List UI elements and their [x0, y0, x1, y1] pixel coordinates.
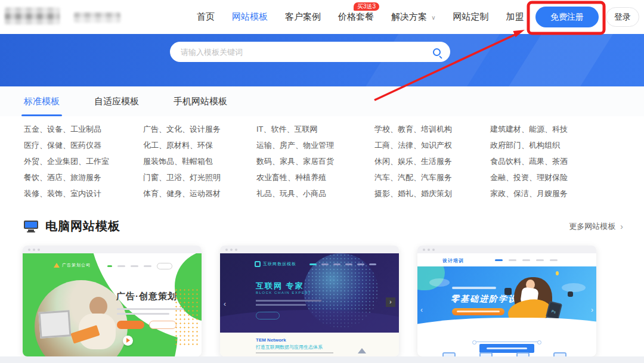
carousel-prev-icon[interactable]: ‹ — [420, 306, 423, 314]
category-link[interactable]: 建筑建材、能源、科技 — [490, 121, 623, 137]
text-line-placeholder — [452, 287, 496, 289]
search-input[interactable] — [181, 48, 433, 57]
text-line-placeholder — [256, 352, 333, 353]
template-card-ad-agency[interactable]: 广告策划公司 广告·创意策划 — [23, 246, 202, 356]
orange-badge — [452, 308, 504, 315]
mini-site-nav — [309, 263, 376, 265]
category-link[interactable]: 政府部门、机构组织 — [490, 137, 623, 153]
logo-text-blurred — [74, 13, 120, 23]
blue-hero: 零基础进阶学设计 Ps ‹ › — [417, 266, 596, 337]
mountain-icon — [358, 348, 366, 353]
nav-item-join[interactable]: 加盟 — [506, 11, 524, 23]
template-preview-row: 广告策划公司 广告·创意策划 互联网数 — [23, 246, 596, 356]
mini-site-headline: 广告·创意策划 — [116, 291, 177, 302]
category-link[interactable]: 餐饮、酒店、旅游服务 — [24, 169, 143, 185]
login-button[interactable]: 登录 — [606, 7, 639, 27]
template-card-blockchain[interactable]: 互联网数据模板 互联网 专家 BLOCK CHAIN EXPERT ‹ › TE… — [220, 246, 399, 356]
category-link[interactable]: 五金、设备、工业制品 — [24, 121, 143, 137]
carousel-next-icon[interactable]: › — [591, 306, 593, 314]
footer-subtitle: 打造互联网数据与应用生态体系 — [256, 344, 323, 350]
category-link[interactable]: 外贸、企业集团、工作室 — [24, 153, 143, 169]
nav-item-templates[interactable]: 网站模板 — [232, 11, 268, 23]
category-link[interactable]: 化工、原材料、环保 — [143, 137, 256, 153]
nav-item-solutions-label: 解决方案 — [391, 11, 427, 21]
mini-site-nav: 设计培训 — [417, 253, 596, 266]
browser-chrome-bar — [417, 246, 596, 253]
category-link[interactable]: 金融、投资、理财保险 — [490, 169, 623, 185]
category-link[interactable]: 广告、文化、设计服务 — [143, 121, 256, 137]
monitor-icon — [24, 221, 38, 232]
nav-item-pricing-label: 价格套餐 — [338, 11, 374, 21]
mini-site-nav — [107, 263, 172, 269]
category-link[interactable]: 体育、健身、运动器材 — [143, 185, 256, 201]
category-link[interactable]: 摄影、婚礼、婚庆策划 — [374, 185, 490, 201]
mini-site-logo: 互联网数据模板 — [255, 261, 296, 267]
promo-badge: 买3送3 — [354, 2, 379, 11]
category-link[interactable]: 运输、房产、物业管理 — [256, 137, 374, 153]
category-link[interactable]: 家政、保洁、月嫂服务 — [490, 185, 623, 201]
category-link[interactable]: 学校、教育、培训机构 — [374, 121, 490, 137]
category-link[interactable]: 食品饮料、蔬果、茶酒 — [490, 153, 623, 169]
mini-secondary-button — [149, 321, 177, 329]
nav-item-cases[interactable]: 客户案例 — [285, 11, 321, 23]
banner-stripe-decoration — [500, 34, 620, 86]
play-icon — [123, 336, 133, 346]
more-templates-link[interactable]: 更多网站模板 › — [569, 221, 623, 232]
mini-site-footer: TEM Network 打造互联网数据与应用生态体系 — [220, 333, 399, 356]
floating-chip-icon — [568, 291, 573, 297]
site-logo[interactable] — [5, 8, 120, 24]
square-logo-icon — [255, 261, 261, 267]
tab-mobile-templates[interactable]: 手机网站模板 — [174, 86, 227, 116]
category-link[interactable]: IT、软件、互联网 — [256, 121, 374, 137]
template-thumbnail: 广告策划公司 广告·创意策划 — [23, 253, 202, 356]
feature-icon-placeholder — [516, 352, 530, 356]
category-column: 五金、设备、工业制品 医疗、保健、医药仪器 外贸、企业集团、工作室 餐饮、酒店、… — [24, 121, 143, 201]
category-link[interactable]: 服装饰品、鞋帽箱包 — [143, 153, 256, 169]
category-column: 学校、教育、培训机构 工商、法律、知识产权 休闲、娱乐、生活服务 汽车、汽配、汽… — [374, 121, 490, 201]
browser-chrome-bar — [220, 246, 399, 253]
category-link[interactable]: 礼品、玩具、小商品 — [256, 185, 374, 201]
category-link[interactable]: 数码、家具、家居百货 — [256, 153, 374, 169]
footer-title: TEM Network — [256, 337, 286, 343]
category-link[interactable]: 装修、装饰、室内设计 — [24, 185, 143, 201]
nav-item-pricing[interactable]: 价格套餐 买3送3 — [338, 11, 374, 23]
mini-nav-button — [157, 263, 172, 269]
category-column: 广告、文化、设计服务 化工、原材料、环保 服装饰品、鞋帽箱包 门窗、卫浴、灯光照… — [143, 121, 256, 201]
nav-item-solutions[interactable]: 解决方案 ∨ — [391, 11, 436, 23]
mini-site-headline: 互联网 专家 — [256, 281, 304, 291]
category-link[interactable]: 农业畜牲、种植养殖 — [256, 169, 374, 185]
mini-site-logo-text: 设计培训 — [442, 257, 464, 264]
triangle-logo-icon — [54, 263, 60, 268]
floating-chip-icon — [504, 288, 512, 295]
text-line-placeholder — [256, 300, 321, 302]
carousel-next-icon[interactable]: › — [386, 297, 395, 307]
search-icon[interactable] — [433, 48, 441, 56]
cloud-decoration — [429, 278, 450, 287]
mini-cta-button — [479, 344, 534, 353]
main-nav: 首页 网站模板 客户案例 价格套餐 买3送3 解决方案 ∨ 网站定制 加盟 帮助 — [197, 0, 559, 34]
more-templates-label: 更多网站模板 — [569, 221, 615, 232]
dark-hero: 互联网数据模板 互联网 专家 BLOCK CHAIN EXPERT ‹ › — [220, 253, 399, 333]
free-register-button[interactable]: 免费注册 — [535, 7, 599, 27]
nav-item-home[interactable]: 首页 — [197, 11, 215, 23]
category-link[interactable]: 汽车、汽配、汽车服务 — [374, 169, 490, 185]
text-line-placeholder — [256, 304, 306, 306]
carousel-prev-icon[interactable]: ‹ — [224, 300, 226, 308]
template-thumbnail: 设计培训 零基础进阶学设计 Ps ‹ — [417, 253, 596, 356]
category-link[interactable]: 医疗、保健、医药仪器 — [24, 137, 143, 153]
category-link[interactable]: 门窗、卫浴、灯光照明 — [143, 169, 256, 185]
browser-chrome-bar — [23, 246, 202, 253]
pc-templates-section-header: 电脑网站模板 更多网站模板 › — [24, 218, 623, 234]
template-search-bar[interactable] — [170, 42, 450, 62]
nav-item-custom[interactable]: 网站定制 — [453, 11, 489, 23]
section-title: 电脑网站模板 — [45, 218, 120, 234]
tab-standard-templates[interactable]: 标准模板 — [24, 86, 60, 116]
wave-decoration — [417, 318, 596, 337]
template-card-design-course[interactable]: 设计培训 零基础进阶学设计 Ps ‹ — [417, 246, 596, 356]
feature-icon-placeholder — [442, 352, 456, 356]
tab-responsive-templates[interactable]: 自适应模板 — [94, 86, 139, 116]
category-link[interactable]: 休闲、娱乐、生活服务 — [374, 153, 490, 169]
mini-cta-button — [117, 321, 144, 329]
dot-pattern-decoration — [174, 288, 198, 348]
category-link[interactable]: 工商、法律、知识产权 — [374, 137, 490, 153]
